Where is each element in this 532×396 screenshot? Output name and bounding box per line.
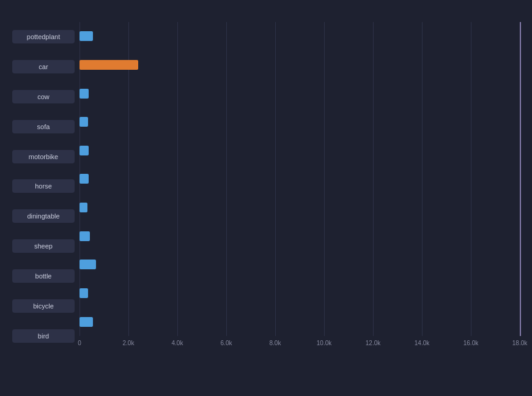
- x-label-5: 10.0k: [317, 340, 331, 346]
- bar-row-bicycle: [79, 286, 520, 300]
- y-label-pottedplant: pottedplant: [12, 30, 75, 43]
- x-label-2: 4.0k: [172, 340, 183, 346]
- bar-bottle: [79, 260, 96, 269]
- bar-row-diningtable: [79, 201, 520, 214]
- x-label-9: 18.0k: [512, 340, 527, 346]
- x-label-3: 6.0k: [221, 340, 232, 346]
- y-label-car: car: [12, 60, 75, 73]
- bar-row-bird: [79, 315, 520, 329]
- y-label-sofa: sofa: [12, 120, 75, 133]
- y-label-diningtable: diningtable: [12, 209, 75, 223]
- bar-row-bottle: [79, 258, 520, 271]
- bar-sheep: [79, 231, 90, 241]
- bar-row-sofa: [79, 115, 520, 129]
- y-label-cow: cow: [12, 90, 75, 103]
- y-label-sheep: sheep: [12, 239, 75, 253]
- x-axis: 02.0k4.0k6.0k8.0k10.0k12.0k14.0k16.0k18.…: [79, 336, 520, 351]
- x-label-6: 12.0k: [366, 340, 380, 346]
- bar-row-sheep: [79, 230, 520, 243]
- bar-row-pottedplant: [79, 29, 520, 43]
- bar-diningtable: [79, 203, 87, 212]
- bar-row-horse: [79, 172, 520, 185]
- x-label-7: 14.0k: [415, 340, 429, 346]
- chart-area: pottedplantcarcowsofamotorbikehorsedinin…: [12, 22, 520, 351]
- grid-and-bars: [79, 22, 520, 336]
- plot-area: 02.0k4.0k6.0k8.0k10.0k12.0k14.0k16.0k18.…: [79, 22, 520, 351]
- y-label-bicycle: bicycle: [12, 299, 75, 313]
- bar-sofa: [79, 117, 88, 127]
- bar-row-car: [79, 58, 520, 72]
- bar-car: [79, 60, 138, 70]
- y-labels: pottedplantcarcowsofamotorbikehorsedinin…: [12, 22, 79, 351]
- bars-section: [79, 22, 520, 336]
- chart-container: pottedplantcarcowsofamotorbikehorsedinin…: [0, 0, 532, 396]
- bar-motorbike: [79, 146, 89, 155]
- bar-pottedplant: [79, 31, 93, 41]
- y-label-bottle: bottle: [12, 269, 75, 283]
- y-label-horse: horse: [12, 179, 75, 193]
- bar-row-motorbike: [79, 144, 520, 157]
- x-label-8: 16.0k: [464, 340, 478, 346]
- bar-bird: [79, 317, 93, 327]
- x-label-4: 8.0k: [270, 340, 281, 346]
- bar-horse: [79, 174, 89, 184]
- bar-row-cow: [79, 87, 520, 100]
- bar-cow: [79, 89, 89, 99]
- vertical-marker-line: [520, 22, 521, 336]
- x-label-1: 2.0k: [123, 340, 135, 346]
- y-label-motorbike: motorbike: [12, 150, 75, 163]
- x-label-0: 0: [78, 340, 81, 346]
- bar-bicycle: [79, 288, 88, 298]
- y-label-bird: bird: [12, 329, 75, 343]
- bars-container: [79, 22, 520, 336]
